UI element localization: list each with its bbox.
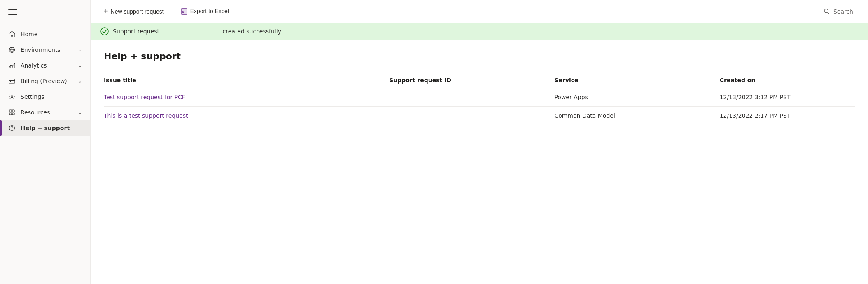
- sidebar-item-billing[interactable]: Billing (Preview) ⌄: [0, 73, 90, 89]
- sidebar-environments-label: Environments: [21, 47, 73, 53]
- plus-icon: +: [104, 7, 108, 16]
- help-icon: [8, 124, 16, 132]
- created-on-cell-2: 12/13/2022 2:17 PM PST: [720, 107, 855, 125]
- svg-point-18: [101, 28, 108, 35]
- svg-text:X: X: [182, 10, 184, 14]
- banner-message-part2: created successfully.: [223, 28, 282, 35]
- sidebar-item-resources[interactable]: Resources ⌄: [0, 105, 90, 120]
- issue-link-2[interactable]: This is a test support request: [104, 112, 188, 119]
- sidebar-help-label: Help + support: [21, 125, 82, 131]
- service-cell-1: Power Apps: [554, 88, 719, 107]
- col-header-issue-title: Issue title: [104, 73, 389, 88]
- content-area: Help + support Issue title Support reque…: [91, 40, 868, 284]
- table-row: This is a test support request Common Da…: [104, 107, 855, 125]
- col-header-support-request-id: Support request ID: [389, 73, 554, 88]
- sidebar-analytics-label: Analytics: [21, 62, 73, 69]
- sidebar-item-analytics[interactable]: Analytics ⌄: [0, 58, 90, 73]
- issue-title-cell-1: Test support request for PCF: [104, 88, 389, 107]
- support-id-cell-2: [389, 107, 554, 125]
- topbar: + New support request X Export to Excel: [91, 0, 868, 23]
- col-header-created-on: Created on: [720, 73, 855, 88]
- svg-rect-3: [9, 79, 15, 83]
- export-to-excel-button[interactable]: X Export to Excel: [177, 5, 232, 18]
- service-cell-2: Common Data Model: [554, 107, 719, 125]
- search-button[interactable]: Search: [819, 5, 858, 17]
- success-check-icon: [100, 27, 109, 35]
- main-content: + New support request X Export to Excel: [91, 0, 868, 284]
- search-label: Search: [833, 8, 853, 15]
- chevron-down-icon: ⌄: [78, 110, 82, 115]
- svg-line-17: [828, 12, 829, 14]
- svg-point-6: [11, 96, 13, 98]
- export-label: Export to Excel: [190, 8, 229, 14]
- table-row: Test support request for PCF Power Apps …: [104, 88, 855, 107]
- svg-rect-9: [9, 113, 12, 115]
- page-title: Help + support: [104, 51, 855, 61]
- banner-message-part1: Support request: [113, 28, 159, 35]
- sidebar: Home Environments ⌄: [0, 0, 91, 284]
- search-icon: [824, 8, 830, 15]
- sidebar-nav: Home Environments ⌄: [0, 26, 90, 136]
- environments-icon: [8, 46, 16, 54]
- created-on-cell-1: 12/13/2022 3:12 PM PST: [720, 88, 855, 107]
- support-id-cell-1: [389, 88, 554, 107]
- chevron-down-icon: ⌄: [78, 79, 82, 84]
- sidebar-home-label: Home: [21, 31, 82, 37]
- sidebar-item-environments[interactable]: Environments ⌄: [0, 42, 90, 58]
- svg-rect-10: [12, 113, 14, 115]
- svg-rect-5: [10, 81, 11, 82]
- success-banner: Support request created successfully.: [91, 23, 868, 40]
- svg-rect-8: [12, 110, 14, 112]
- sidebar-item-home[interactable]: Home: [0, 26, 90, 42]
- chevron-down-icon: ⌄: [78, 47, 82, 53]
- analytics-icon: [8, 62, 16, 69]
- svg-rect-7: [9, 110, 12, 112]
- sidebar-item-help[interactable]: Help + support: [0, 120, 90, 136]
- sidebar-billing-label: Billing (Preview): [21, 78, 73, 84]
- topbar-actions: + New support request X Export to Excel: [100, 5, 819, 18]
- resources-icon: [8, 109, 16, 116]
- issue-title-cell-2: This is a test support request: [104, 107, 389, 125]
- table-header: Issue title Support request ID Service C…: [104, 73, 855, 88]
- hamburger-menu[interactable]: [0, 0, 90, 24]
- svg-point-12: [12, 129, 12, 130]
- sidebar-settings-label: Settings: [21, 93, 82, 100]
- settings-icon: [8, 93, 16, 100]
- table-body: Test support request for PCF Power Apps …: [104, 88, 855, 125]
- new-support-label: New support request: [111, 8, 164, 15]
- sidebar-resources-label: Resources: [21, 109, 73, 116]
- excel-icon: X: [180, 7, 188, 15]
- sidebar-item-settings[interactable]: Settings: [0, 89, 90, 105]
- home-icon: [8, 30, 16, 38]
- support-table: Issue title Support request ID Service C…: [104, 73, 855, 125]
- new-support-request-button[interactable]: + New support request: [100, 5, 167, 18]
- issue-link-1[interactable]: Test support request for PCF: [104, 94, 185, 100]
- billing-icon: [8, 77, 16, 85]
- chevron-down-icon: ⌄: [78, 63, 82, 68]
- col-header-service: Service: [554, 73, 719, 88]
